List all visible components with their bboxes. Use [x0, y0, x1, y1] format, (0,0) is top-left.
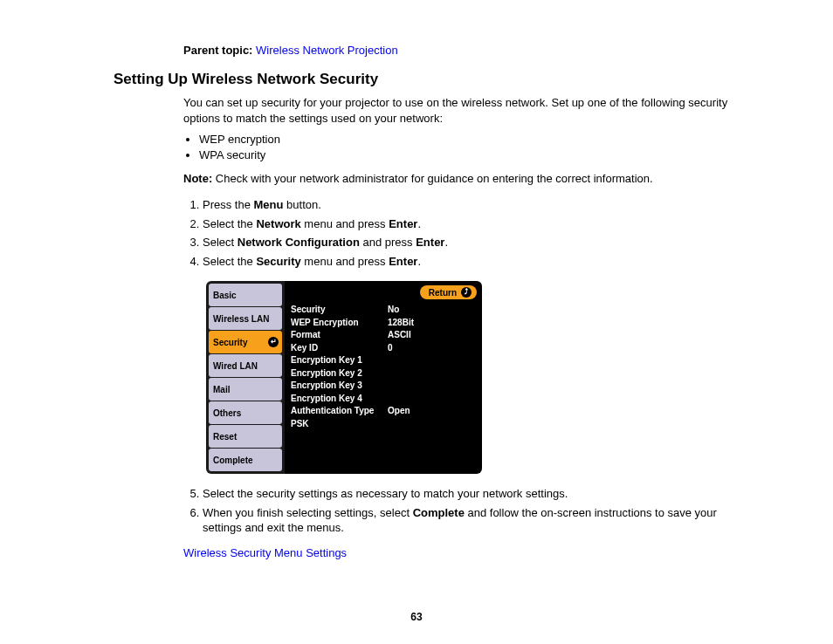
menu-row[interactable]: Encryption Key 4	[289, 393, 478, 406]
menu-row[interactable]: FormatASCII	[289, 329, 478, 342]
return-icon	[461, 287, 472, 298]
tab-wired-lan[interactable]: Wired LAN	[209, 354, 282, 377]
list-item: WPA security	[199, 148, 737, 161]
options-list: WEP encryption WPA security	[183, 133, 737, 161]
page-title: Setting Up Wireless Network Security	[114, 71, 737, 88]
tab-complete[interactable]: Complete	[209, 449, 282, 471]
return-button[interactable]: Return	[420, 285, 477, 299]
step-item: Press the Menu button.	[203, 197, 737, 213]
tab-basic[interactable]: Basic	[209, 284, 282, 306]
tab-wireless-lan[interactable]: Wireless LAN	[209, 307, 282, 330]
note-text: Check with your network administrator fo…	[216, 172, 653, 185]
menu-row[interactable]: WEP Encryption128Bit	[289, 317, 478, 330]
enter-icon	[268, 337, 279, 347]
menu-row[interactable]: Encryption Key 2	[289, 367, 478, 380]
page-number: 63	[0, 611, 833, 623]
list-item: WEP encryption	[199, 133, 737, 146]
step-item: Select the security settings as necessar…	[203, 486, 737, 502]
step-item: When you finish selecting settings, sele…	[203, 505, 737, 536]
step-item: Select Network Configuration and press E…	[203, 235, 737, 250]
menu-screenshot: Basic Wireless LAN Security Wired LAN Ma…	[206, 281, 482, 474]
intro-text: You can set up security for your project…	[183, 95, 737, 126]
tab-security[interactable]: Security	[209, 331, 282, 353]
steps-list-a: Press the Menu button. Select the Networ…	[183, 197, 737, 269]
related-link[interactable]: Wireless Security Menu Settings	[183, 546, 347, 559]
step-item: Select the Network menu and press Enter.	[203, 216, 737, 232]
parent-topic: Parent topic: Wireless Network Projectio…	[183, 44, 737, 57]
menu-row[interactable]: Encryption Key 1	[289, 354, 478, 367]
menu-row[interactable]: Encryption Key 3	[289, 380, 478, 393]
note: Note: Check with your network administra…	[183, 172, 737, 185]
parent-topic-link[interactable]: Wireless Network Projection	[256, 44, 398, 57]
menu-row[interactable]: Key ID0	[289, 342, 478, 355]
menu-row[interactable]: PSK	[289, 418, 478, 431]
tab-mail[interactable]: Mail	[209, 378, 282, 401]
note-label: Note:	[183, 172, 212, 185]
menu-row[interactable]: Authentication TypeOpen	[289, 405, 478, 418]
step-item: Select the Security menu and press Enter…	[203, 254, 737, 270]
menu-row[interactable]: SecurityNo	[289, 304, 478, 317]
tab-reset[interactable]: Reset	[209, 425, 282, 448]
menu-tabs: Basic Wireless LAN Security Wired LAN Ma…	[206, 281, 285, 474]
parent-topic-label: Parent topic:	[183, 44, 252, 57]
menu-panel: Return SecurityNo WEP Encryption128Bit F…	[285, 281, 482, 474]
steps-list-b: Select the security settings as necessar…	[183, 486, 737, 536]
tab-others[interactable]: Others	[209, 401, 282, 424]
